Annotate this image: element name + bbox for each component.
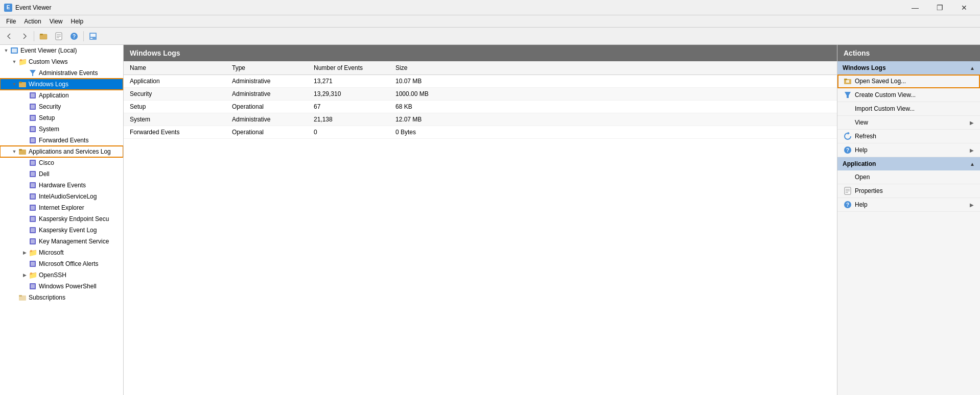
root-icon [10,46,18,55]
intel-log-icon [29,192,37,201]
menu-file[interactable]: File [2,17,20,26]
toolbar: ? [0,28,980,45]
action-help-windows-logs[interactable]: ? Help ▶ [837,143,980,157]
col-size[interactable]: Size [389,61,837,75]
sidebar-item-system[interactable]: System [0,124,123,135]
sidebar-item-subscriptions[interactable]: Subscriptions [0,292,123,303]
subscriptions-icon [18,293,27,302]
actions-section-application-label: Application [843,160,876,167]
table-row[interactable]: Setup Operational 67 68 KB [124,101,837,113]
action-refresh[interactable]: Refresh [837,130,980,143]
action-help-application[interactable]: ? Help ▶ [837,198,980,212]
svg-rect-33 [31,183,35,187]
menu-view[interactable]: View [45,17,67,26]
sidebar-item-apps-services[interactable]: ▼ Applications and Services Log [0,146,123,157]
application-label: Application [39,92,69,99]
windows-logs-folder-icon [18,80,27,88]
actions-section-windows-logs[interactable]: Windows Logs ▲ [837,61,980,75]
svg-rect-49 [19,295,22,297]
microsoft-label: Microsoft [39,249,64,256]
close-button[interactable]: ✕ [952,0,976,15]
sidebar-item-cisco[interactable]: Cisco [0,157,123,168]
open-saved-log-icon [844,77,852,85]
sidebar-item-security[interactable]: Security [0,101,123,112]
ms-office-log-icon [29,260,37,268]
view-icon [844,118,852,127]
help-button[interactable]: ? [67,30,81,43]
actions-section-application[interactable]: Application ▲ [837,157,980,170]
dell-log-icon [29,170,37,178]
table-row[interactable]: System Administrative 21,138 12.07 MB [124,113,837,126]
sidebar-item-admin-events[interactable]: Administrative Events [0,67,123,79]
sidebar-item-application[interactable]: Application [0,90,123,101]
forward-button[interactable] [17,30,32,43]
sidebar-item-forwarded-events[interactable]: Forwarded Events [0,135,123,146]
sidebar-item-microsoft[interactable]: ▶ 📁 Microsoft [0,247,123,258]
intel-audio-label: IntelAudioServiceLog [39,193,97,200]
svg-text:?: ? [73,34,76,39]
tree-root[interactable]: ▼ Event Viewer (Local) [0,45,123,56]
sidebar-item-internet-explorer[interactable]: Internet Explorer [0,202,123,213]
open-button[interactable] [36,30,51,43]
sidebar-item-windows-logs[interactable]: ▼ Windows Logs [0,79,123,90]
col-events[interactable]: Number of Events [308,61,389,75]
apps-services-label: Applications and Services Log [29,148,111,155]
svg-rect-37 [31,206,35,210]
actions-header: Actions [837,45,980,61]
sidebar-item-openssh[interactable]: ▶ 📁 OpenSSH [0,269,123,281]
action-import-custom-view[interactable]: Import Custom View... [837,102,980,116]
minimize-button[interactable]: — [903,0,927,15]
cell-type: Operational [226,101,308,113]
table-row[interactable]: Forwarded Events Operational 0 0 Bytes [124,126,837,139]
hardware-log-icon [29,181,37,189]
sidebar-item-hardware-events[interactable]: Hardware Events [0,180,123,191]
hardware-events-label: Hardware Events [39,182,86,189]
svg-rect-47 [31,284,35,288]
sidebar-item-kaspersky-endpoint[interactable]: Kaspersky Endpoint Secu [0,213,123,225]
mmc-button[interactable] [86,30,100,43]
sidebar-item-dell[interactable]: Dell [0,168,123,180]
back-button[interactable] [2,30,16,43]
table-row[interactable]: Application Administrative 13,271 10.07 … [124,75,837,88]
maximize-button[interactable]: ❐ [928,0,951,15]
security-label: Security [39,103,61,110]
internet-explorer-label: Internet Explorer [39,204,84,211]
svg-rect-21 [31,116,35,120]
action-create-custom-view[interactable]: Create Custom View... [837,88,980,102]
properties-button[interactable] [52,30,66,43]
svg-rect-9 [90,34,96,37]
menu-help[interactable]: Help [67,17,88,26]
open-saved-log-label: Open Saved Log... [855,78,906,85]
action-open[interactable]: Open [837,170,980,184]
kaspersky-event-expand-icon [20,226,29,234]
sidebar-item-setup[interactable]: Setup [0,112,123,124]
action-properties[interactable]: Properties [837,184,980,198]
menu-action[interactable]: Action [20,17,45,26]
svg-rect-1 [40,34,43,35]
action-view[interactable]: View ▶ [837,116,980,130]
title-bar: E Event Viewer — ❐ ✕ [0,0,980,15]
sidebar-item-ms-office-alerts[interactable]: Microsoft Office Alerts [0,258,123,269]
subscriptions-label: Subscriptions [29,294,65,301]
view-label: View [855,119,868,126]
view-submenu-arrow: ▶ [970,120,974,126]
sidebar-item-windows-powershell[interactable]: Windows PowerShell [0,281,123,292]
open-folder-icon [39,32,48,40]
filter-icon [29,69,37,77]
action-open-saved-log[interactable]: Open Saved Log... [837,75,980,88]
security-expand-icon [20,103,29,111]
col-type[interactable]: Type [226,61,308,75]
col-name[interactable]: Name [124,61,226,75]
table-row[interactable]: Security Administrative 13,29,310 1000.0… [124,88,837,101]
svg-rect-43 [31,239,35,243]
cell-name: Forwarded Events [124,126,226,139]
powershell-log-icon [29,282,37,290]
sidebar-item-intel-audio[interactable]: IntelAudioServiceLog [0,191,123,202]
sidebar-item-kaspersky-event[interactable]: Kaspersky Event Log [0,225,123,236]
svg-rect-31 [31,172,35,176]
cell-events: 67 [308,101,389,113]
cell-size: 0 Bytes [389,126,837,139]
sidebar-item-key-management[interactable]: Key Management Service [0,236,123,247]
back-icon [6,33,13,40]
sidebar-item-custom-views[interactable]: ▼ 📁 Custom Views [0,56,123,67]
